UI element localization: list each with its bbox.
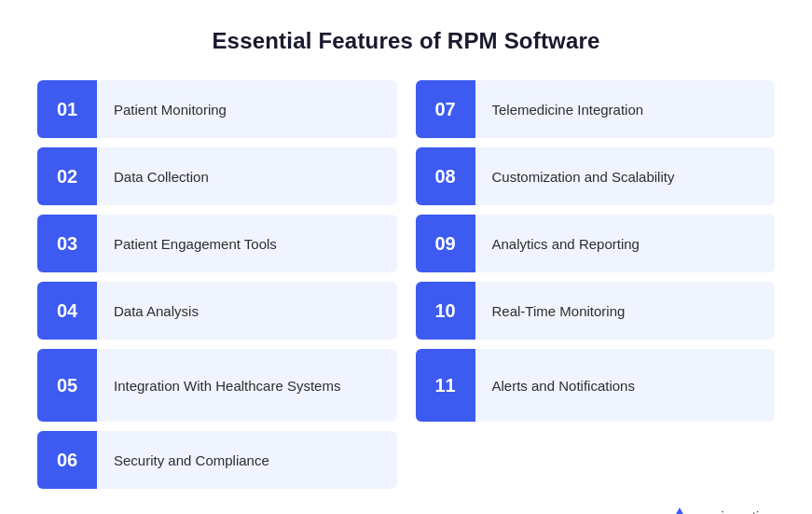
feature-label: Telemedicine Integration <box>475 87 661 132</box>
logo-accent: app <box>698 509 722 514</box>
feature-label: Patient Monitoring <box>97 87 243 132</box>
features-grid: 01 Patient Monitoring 07 Telemedicine In… <box>37 80 775 489</box>
feature-number: 02 <box>37 147 97 205</box>
feature-item-left-1: 01 Patient Monitoring <box>37 80 397 138</box>
feature-number: 08 <box>416 147 475 205</box>
feature-item-right-2: 08 Customization and Scalability <box>416 147 776 205</box>
feature-number: 09 <box>416 215 475 272</box>
feature-item-left-6: 06 Security and Compliance <box>37 431 397 489</box>
feature-number: 05 <box>37 349 97 422</box>
feature-label: Patient Engagement Tools <box>97 221 294 267</box>
feature-label: Customization and Scalability <box>475 154 692 200</box>
feature-label: Data Collection <box>97 154 226 200</box>
footer: appinventiv <box>37 504 775 514</box>
feature-label: Security and Compliance <box>97 438 286 483</box>
feature-number: 10 <box>416 282 475 340</box>
logo-icon <box>667 504 693 514</box>
feature-item-left-2: 02 Data Collection <box>37 147 397 205</box>
feature-label: Real-Time Monitoring <box>475 288 642 334</box>
feature-item-right-1: 07 Telemedicine Integration <box>416 80 776 138</box>
logo-text: appinventiv <box>698 509 765 514</box>
logo: appinventiv <box>667 504 765 514</box>
page-title: Essential Features of RPM Software <box>212 28 599 54</box>
feature-number: 01 <box>37 80 97 138</box>
feature-number: 07 <box>416 80 475 138</box>
feature-number: 06 <box>37 431 97 489</box>
svg-marker-0 <box>670 507 689 514</box>
feature-item-right-5: 11 Alerts and Notifications <box>416 349 776 422</box>
feature-item-left-3: 03 Patient Engagement Tools <box>37 215 397 272</box>
feature-label: Alerts and Notifications <box>475 363 652 409</box>
feature-number: 03 <box>37 215 97 272</box>
feature-label: Data Analysis <box>97 288 215 334</box>
feature-item-right-4: 10 Real-Time Monitoring <box>416 282 776 340</box>
feature-item-left-5: 05 Integration With Healthcare Systems <box>37 349 397 422</box>
feature-item-left-4: 04 Data Analysis <box>37 282 397 340</box>
feature-label: Analytics and Reporting <box>475 221 656 267</box>
feature-label: Integration With Healthcare Systems <box>97 363 357 409</box>
feature-item-right-3: 09 Analytics and Reporting <box>416 215 776 272</box>
feature-number: 11 <box>416 349 475 422</box>
feature-number: 04 <box>37 282 97 340</box>
